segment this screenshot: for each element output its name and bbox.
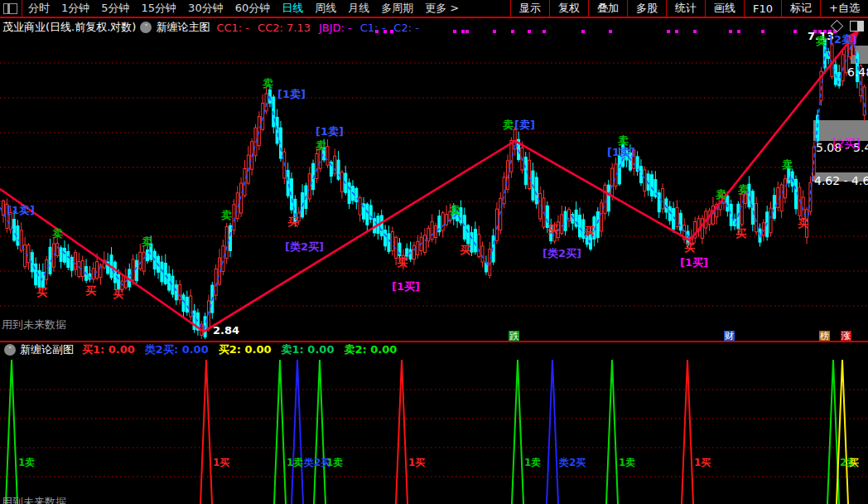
menu-button[interactable]: 显示: [510, 0, 549, 17]
menu-button[interactable]: 标记: [781, 0, 820, 17]
candle: [478, 235, 480, 257]
menu-item[interactable]: 日线: [282, 1, 303, 16]
jbjd-dot: [581, 30, 585, 33]
menu-item[interactable]: 多周期: [381, 1, 413, 16]
candle: [528, 160, 531, 188]
candle: [406, 249, 408, 256]
candle: [535, 177, 538, 204]
menu-item[interactable]: 60分钟: [235, 1, 271, 16]
candle: [2, 201, 5, 215]
candle: [46, 259, 48, 279]
menu-item[interactable]: 更多 >: [425, 1, 459, 16]
menu-button[interactable]: 多股: [627, 0, 666, 17]
signal-spike: [396, 360, 407, 504]
menu-item[interactable]: 5分钟: [101, 1, 129, 16]
candle: [147, 250, 149, 260]
candle: [788, 167, 790, 183]
candle: [625, 149, 628, 160]
candle: [308, 174, 311, 199]
jbjd-dot: [528, 30, 531, 33]
future-data-warning-sub: 用到未来数据: [2, 495, 66, 504]
candle: [762, 223, 764, 235]
candle: [380, 216, 383, 236]
menu-button[interactable]: F10: [744, 0, 781, 17]
candle: [773, 196, 775, 219]
menu-item[interactable]: 月线: [348, 1, 369, 16]
price-zone-box: [812, 172, 868, 182]
candle: [662, 189, 664, 209]
jbjd-dot: [823, 30, 827, 33]
candle: [639, 167, 642, 183]
menu-button[interactable]: 统计: [666, 0, 705, 17]
candle: [784, 179, 786, 198]
candle: [679, 213, 682, 230]
candle: [564, 211, 567, 230]
menu-item[interactable]: 分时: [28, 1, 50, 16]
jbjd-dot: [675, 30, 678, 33]
chart-canvas[interactable]: [0, 0, 868, 504]
jbjd-dot: [461, 30, 465, 33]
candle: [70, 257, 73, 270]
candle: [265, 94, 268, 111]
top-menu-bar: 分时1分钟5分钟15分钟30分钟60分钟日线周线月线多周期更多 > 显示复权叠加…: [0, 0, 868, 18]
window-icon[interactable]: [850, 21, 864, 32]
menu-left-items: 分时1分钟5分钟15分钟30分钟60分钟日线周线月线多周期更多 >: [22, 0, 465, 17]
candle: [142, 252, 145, 271]
candle: [607, 185, 610, 211]
menu-item[interactable]: 30分钟: [188, 1, 224, 16]
candle: [175, 285, 177, 300]
menu-item[interactable]: 1分钟: [61, 1, 89, 16]
menu-right-items: 显示复权叠加多股统计画线F10标记+自选: [510, 0, 868, 17]
candle: [132, 259, 134, 280]
candle: [323, 147, 326, 159]
signal-spike: [682, 360, 693, 504]
layout-split-icon[interactable]: [3, 3, 17, 14]
jbjd-dot: [667, 30, 670, 33]
candle: [582, 220, 585, 239]
candle: [294, 199, 297, 221]
candle: [423, 235, 426, 253]
candle: [611, 168, 614, 196]
candle: [441, 213, 444, 230]
menu-item[interactable]: 周线: [315, 1, 336, 16]
trading-app-window: 分时1分钟5分钟15分钟30分钟60分钟日线周线月线多周期更多 > 显示复权叠加…: [0, 0, 868, 504]
candle: [676, 207, 678, 226]
candle: [412, 245, 415, 259]
jbjd-dot: [609, 30, 612, 33]
jbjd-dot: [729, 30, 732, 33]
menu-button[interactable]: 叠加: [588, 0, 627, 17]
candle: [388, 234, 390, 251]
signal-spike: [292, 360, 303, 504]
candle: [409, 250, 412, 259]
candle: [431, 221, 433, 239]
candle: [326, 147, 329, 165]
candle: [135, 260, 137, 280]
candle: [366, 204, 369, 225]
menu-item[interactable]: 15分钟: [142, 1, 177, 16]
diamond-icon[interactable]: [831, 20, 844, 33]
jbjd-dot: [390, 30, 393, 33]
candle: [287, 171, 289, 196]
menu-button[interactable]: 复权: [549, 0, 588, 17]
candle: [446, 215, 448, 225]
candle: [495, 209, 498, 240]
price-zone-box: [813, 120, 868, 141]
candle: [384, 230, 387, 246]
candle: [755, 204, 758, 232]
menu-button[interactable]: 画线: [705, 0, 744, 17]
candle: [845, 45, 847, 72]
candle: [179, 285, 181, 300]
jbjd-dot: [761, 30, 764, 33]
candle: [78, 262, 80, 277]
candle: [769, 208, 772, 233]
candle: [150, 244, 152, 259]
candle: [651, 175, 653, 196]
menu-button[interactable]: +自选: [820, 0, 868, 17]
candle: [229, 225, 232, 250]
candle: [75, 253, 77, 269]
jbjd-dot: [375, 30, 379, 33]
jbjd-dot: [793, 30, 797, 33]
signal-spike: [6, 360, 17, 504]
candle: [63, 248, 65, 262]
candle: [546, 206, 548, 227]
